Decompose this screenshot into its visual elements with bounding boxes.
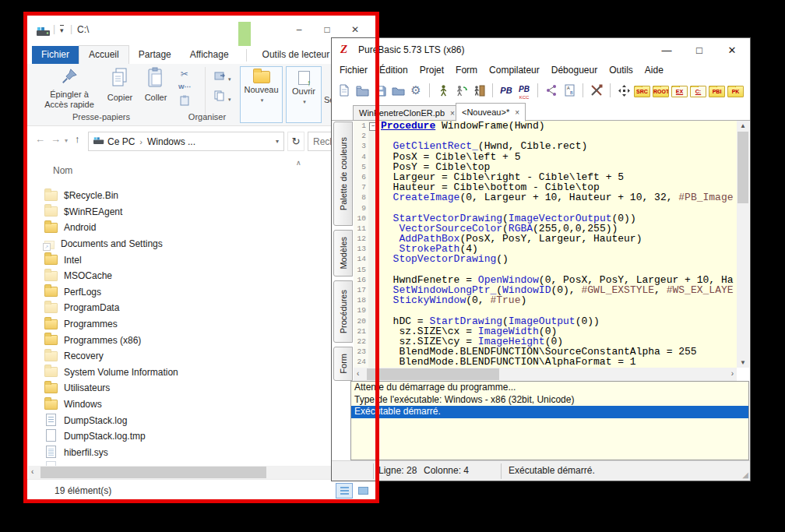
file-row[interactable]: Programmes (x86) (27, 332, 375, 348)
horizontal-scrollbar[interactable]: ‹ (28, 466, 375, 479)
scrollbar-thumb[interactable] (737, 132, 748, 203)
file-row[interactable]: Intel (27, 252, 375, 268)
toolbar-folder-pk[interactable]: PK (727, 86, 744, 97)
refresh-icon[interactable]: ↻ (287, 132, 304, 151)
back-icon[interactable]: ← (35, 133, 45, 145)
menu-debogueur[interactable]: Débogueur (551, 65, 597, 76)
new-file-icon[interactable] (336, 83, 352, 98)
debug-program-icon[interactable] (453, 83, 469, 98)
toolbar-folder-pbi[interactable]: PBI (709, 86, 725, 97)
toolbar-folder-ex[interactable]: EX (671, 86, 688, 97)
copy-path-icon[interactable]: W⋯ (178, 82, 191, 93)
file-row[interactable]: Recovery (27, 348, 375, 365)
toolbar-folder-root[interactable]: ROOT (653, 86, 669, 97)
scroll-down-icon[interactable]: ▼ (737, 359, 749, 366)
toolbar-folder-cdrive[interactable]: C: (690, 86, 706, 97)
tab-winfenetrecloner[interactable]: WinFenetreClonER.pb × (353, 105, 461, 121)
scrollbar-thumb[interactable] (367, 368, 499, 380)
open-button[interactable]: Ouvrir ▾ (286, 66, 322, 123)
tab-nouveau[interactable]: <Nouveau>* × (456, 103, 526, 122)
tools-icon[interactable] (589, 83, 604, 98)
menu-compilateur[interactable]: Compilateur (489, 65, 540, 76)
file-row[interactable]: hiberfil.sys (27, 445, 375, 461)
side-tab-palette[interactable]: Palette de couleurs (333, 122, 353, 226)
breadcrumb-folder[interactable]: Windows ... (147, 136, 195, 147)
compile-pb-kcc-icon[interactable]: PBKCC (516, 83, 532, 98)
save-file-icon[interactable] (372, 83, 388, 98)
maximize-button[interactable]: □ (313, 20, 341, 39)
run-program-icon[interactable] (435, 83, 451, 98)
log-line[interactable]: Attente du démarrage du programme... (351, 382, 748, 394)
column-header-name[interactable]: Nom (53, 165, 72, 176)
menu-fichier[interactable]: Fichier (340, 65, 368, 76)
horizontal-scrollbar[interactable]: ‹ › (354, 368, 737, 381)
file-row[interactable] (27, 460, 375, 466)
file-row[interactable]: DumpStack.log (27, 412, 375, 428)
menu-projet[interactable]: Projet (420, 65, 444, 76)
side-tab-form[interactable]: Form (333, 347, 353, 381)
tab-affichage[interactable]: Affichage (181, 46, 238, 64)
tab-close-icon[interactable]: × (515, 108, 519, 117)
tab-close-icon[interactable]: × (450, 109, 455, 118)
sort-ascending-icon[interactable]: ∧ (296, 159, 301, 167)
file-row[interactable]: PerfLogs (27, 284, 375, 301)
file-row[interactable]: $Recycle.Bin (27, 188, 375, 204)
maximize-button[interactable]: □ (683, 38, 716, 62)
file-row[interactable]: Windows (27, 396, 375, 413)
scrollbar-thumb[interactable] (40, 467, 266, 478)
copy-button[interactable]: Copier (102, 67, 138, 103)
log-line[interactable]: Exécutable démarré. (351, 406, 748, 418)
pin-to-quickaccess-button[interactable]: Épingler à Accès rapide (38, 67, 100, 110)
vertical-scrollbar[interactable]: ▲ ▼ (737, 121, 749, 368)
file-row[interactable]: Android (27, 220, 375, 236)
move-to-button[interactable]: ▾ (214, 70, 231, 83)
toolbar-folder-src[interactable]: SRC (634, 86, 650, 97)
file-row[interactable]: MSOCache (27, 268, 375, 284)
scroll-left-icon[interactable]: ‹ (357, 369, 359, 378)
file-row[interactable]: $WinREAgent (27, 204, 375, 220)
preferences-gear-icon[interactable]: ⚙ (408, 83, 424, 98)
file-row[interactable]: Documents and Settings (27, 236, 375, 252)
close-button[interactable]: ✕ (341, 20, 369, 39)
structure-viewer-icon[interactable] (544, 83, 559, 98)
menu-aide[interactable]: Aide (645, 65, 664, 76)
file-row[interactable]: ProgramData (27, 300, 375, 316)
side-tab-modeles[interactable]: Modèles (333, 230, 353, 277)
file-row[interactable]: Utilisateurs (27, 380, 375, 396)
cut-icon[interactable]: ✂ (181, 69, 188, 79)
breadcrumb[interactable]: Ce PC › Windows ... ▾ (88, 132, 284, 151)
log-line[interactable]: Type de l'exécutable: Windows - x86 (32b… (351, 394, 748, 407)
tab-accueil[interactable]: Accueil (79, 45, 129, 64)
goto-line-icon[interactable]: AB (561, 83, 577, 98)
paste-button[interactable]: Coller (138, 67, 174, 103)
side-tab-procedures[interactable]: Procédures (333, 280, 353, 343)
navigation-arrows-icon[interactable] (616, 83, 632, 98)
minimize-button[interactable]: – (285, 20, 313, 39)
breadcrumb-root[interactable]: Ce PC (107, 136, 135, 147)
menu-edition[interactable]: Édition (379, 65, 408, 76)
tab-partage[interactable]: Partage (129, 46, 181, 64)
forward-icon[interactable]: → (51, 133, 61, 145)
thumbnails-view-button[interactable] (354, 483, 371, 499)
file-row[interactable]: System Volume Information (27, 365, 375, 381)
open-file-icon[interactable] (354, 83, 370, 98)
quit-program-icon[interactable] (471, 83, 487, 98)
close-button[interactable]: ✕ (716, 38, 748, 62)
paste-shortcut-icon[interactable] (180, 95, 189, 108)
scroll-up-icon[interactable]: ▲ (737, 122, 749, 129)
tab-outils-de-lecteur[interactable]: Outils de lecteur (253, 46, 340, 64)
recent-locations-chevron-icon[interactable]: ▾ (65, 137, 68, 144)
tab-fichier[interactable]: Fichier (32, 46, 79, 64)
copy-to-button[interactable]: ▾ (214, 90, 231, 103)
minimize-button[interactable]: — (650, 38, 683, 62)
address-dropdown-icon[interactable]: ▾ (276, 138, 279, 145)
details-view-button[interactable] (336, 483, 353, 499)
scroll-right-icon[interactable]: › (731, 369, 734, 378)
compile-pb-icon[interactable]: PB (498, 83, 514, 98)
fold-marker-icon[interactable] (368, 121, 378, 131)
file-row[interactable]: DumpStack.log.tmp (27, 428, 375, 445)
close-file-icon[interactable] (390, 83, 406, 98)
new-folder-button[interactable]: Nouveau ▾ (240, 66, 283, 123)
scroll-left-icon[interactable]: ‹ (31, 467, 33, 476)
file-row[interactable]: Programmes (27, 316, 375, 333)
